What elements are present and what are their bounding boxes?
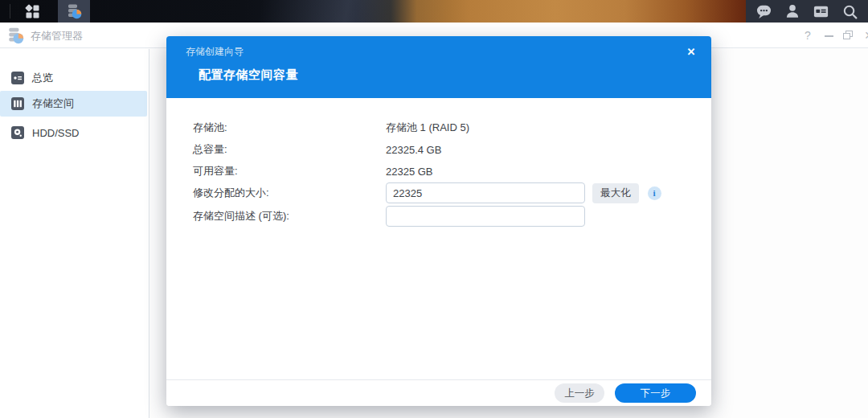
storage-manager-icon	[66, 3, 82, 19]
search-button[interactable]	[839, 1, 860, 22]
dialog-footer: 上一步 下一步	[166, 379, 711, 406]
dialog-title: 存储创建向导	[186, 45, 244, 59]
sidebar-item-label: 存储空间	[32, 96, 74, 111]
sidebar-item-overview[interactable]: 总览	[0, 65, 147, 91]
taskbar-storage-manager-button[interactable]	[58, 0, 90, 23]
taskbar-divider	[10, 4, 10, 18]
overview-icon	[11, 72, 24, 84]
storage-pool-row: 存储池: 存储池 1 (RAID 5)	[193, 121, 689, 135]
allocated-size-input[interactable]	[386, 182, 585, 203]
window-title: 存储管理器	[31, 29, 83, 43]
total-capacity-label: 总容量:	[193, 142, 386, 157]
storage-pool-value: 存储池 1 (RAID 5)	[386, 121, 469, 135]
widgets-button[interactable]	[811, 1, 832, 22]
available-capacity-value: 22325 GB	[386, 166, 433, 178]
total-capacity-value: 22325.4 GB	[386, 144, 441, 156]
sidebar-item-hdd-ssd[interactable]: HDD/SSD	[0, 120, 147, 145]
volume-description-label: 存储空间描述 (可选):	[193, 209, 386, 223]
search-icon	[841, 3, 858, 20]
system-tray	[746, 0, 868, 23]
taskbar	[0, 0, 868, 23]
volume-description-row: 存储空间描述 (可选):	[193, 206, 689, 227]
storage-pool-label: 存储池:	[193, 121, 386, 135]
volume-icon	[11, 97, 24, 110]
available-capacity-label: 可用容量:	[193, 164, 386, 178]
restore-icon[interactable]	[841, 27, 855, 43]
sidebar-item-volume[interactable]: 存储空间	[0, 91, 147, 117]
maximize-button[interactable]: 最大化	[592, 183, 639, 203]
info-icon[interactable]: i	[648, 186, 661, 200]
storage-manager-icon	[6, 27, 24, 47]
storage-creation-wizard-dialog: 存储创建向导 配置存储空间容量 ✕ 存储池: 存储池 1 (RAID 5) 总容…	[166, 36, 711, 406]
chat-button[interactable]	[754, 1, 775, 22]
user-button[interactable]	[782, 1, 803, 22]
volume-description-input[interactable]	[386, 206, 585, 227]
chat-icon	[755, 3, 772, 20]
sidebar-item-label: HDD/SSD	[32, 127, 80, 139]
total-capacity-row: 总容量: 22325.4 GB	[193, 142, 689, 157]
allocated-size-label: 修改分配的大小:	[193, 186, 386, 200]
dialog-step-heading: 配置存储空间容量	[199, 68, 298, 83]
allocated-size-row: 修改分配的大小: 最大化 i	[193, 182, 689, 203]
main-menu-button[interactable]	[16, 0, 48, 23]
hdd-ssd-icon	[11, 126, 24, 139]
user-icon	[784, 3, 800, 19]
next-button[interactable]: 下一步	[615, 383, 696, 403]
minimize-icon[interactable]	[821, 27, 836, 43]
back-button[interactable]: 上一步	[555, 383, 604, 403]
main-menu-icon	[25, 4, 40, 19]
sidebar-item-label: 总览	[32, 71, 53, 85]
help-icon[interactable]: ?	[800, 27, 815, 43]
available-capacity-row: 可用容量: 22325 GB	[193, 164, 689, 178]
sidebar: 总览 存储空间 HDD/SSD	[0, 49, 149, 418]
window-close-icon[interactable]: ✕	[862, 27, 868, 43]
dialog-close-icon[interactable]: ✕	[682, 43, 700, 60]
dialog-header: 存储创建向导 配置存储空间容量 ✕	[166, 36, 711, 98]
widgets-icon	[813, 3, 829, 20]
